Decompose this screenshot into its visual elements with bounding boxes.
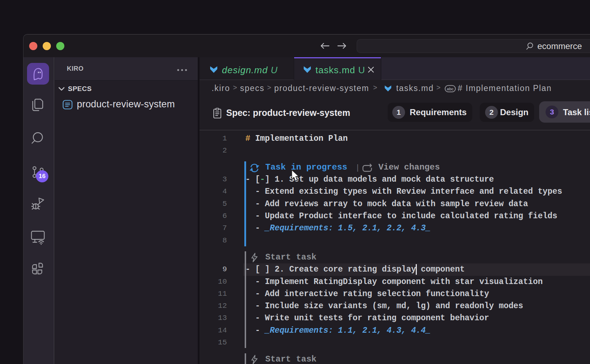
svg-text:abc: abc — [447, 87, 454, 91]
